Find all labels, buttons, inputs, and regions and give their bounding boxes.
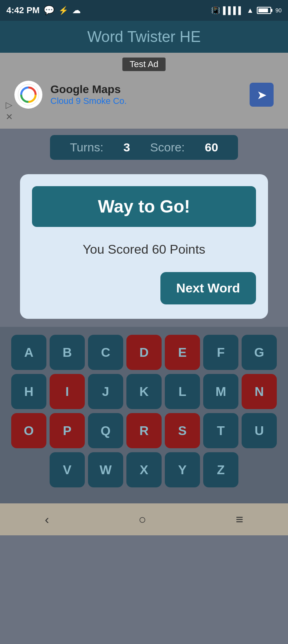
key-O[interactable]: O <box>11 413 46 448</box>
app-header: Word Twister HE <box>0 21 288 53</box>
key-Y[interactable]: Y <box>165 452 200 487</box>
modal-card: Way to Go! You Scored 60 Points Next Wor… <box>20 174 268 319</box>
turns-value: 3 <box>124 141 130 154</box>
key-A[interactable]: A <box>11 335 46 370</box>
modal-title: Way to Go! <box>98 197 190 216</box>
key-B[interactable]: B <box>50 335 85 370</box>
ad-label: Test Ad <box>122 58 166 71</box>
nav-bar: ‹ ○ ≡ <box>0 503 288 535</box>
status-left: 4:42 PM 💬 ⚡ ☁ <box>6 5 80 16</box>
usb-icon: ⚡ <box>58 6 68 15</box>
key-row-2: HIJKLMN <box>4 374 284 409</box>
key-Q[interactable]: Q <box>88 413 123 448</box>
status-right: 📳 ▌▌▌▌ ▲ 90 <box>211 6 282 15</box>
back-button[interactable]: ‹ <box>45 512 49 527</box>
score-value: 60 <box>205 141 218 154</box>
key-U[interactable]: U <box>242 413 277 448</box>
key-T[interactable]: T <box>203 413 238 448</box>
battery-icon <box>257 7 271 14</box>
key-row-3: OPQRSTU <box>4 413 284 448</box>
ad-logo <box>14 81 42 109</box>
ad-content: Google Maps Cloud 9 Smoke Co. ➤ <box>14 81 274 109</box>
keyboard-area: ABCDEFGHIJKLMNOPQRSTUVWXYZ <box>0 327 288 503</box>
modal-title-bar: Way to Go! <box>32 186 256 227</box>
vibrate-icon: 📳 <box>211 6 220 15</box>
key-P[interactable]: P <box>50 413 85 448</box>
wifi-icon: ▲ <box>247 6 254 15</box>
key-H[interactable]: H <box>11 374 46 409</box>
key-row-4: VWXYZ <box>4 452 284 487</box>
key-W[interactable]: W <box>88 452 123 487</box>
time-display: 4:42 PM <box>6 5 40 16</box>
key-L[interactable]: L <box>165 374 200 409</box>
menu-button[interactable]: ≡ <box>236 512 243 527</box>
key-S[interactable]: S <box>165 413 200 448</box>
ad-banner[interactable]: Test Ad Google Maps Cloud 9 Smoke Co. ➤ … <box>0 53 288 129</box>
ad-play-icon[interactable]: ▷ <box>6 100 13 110</box>
ad-text-block: Google Maps Cloud 9 Smoke Co. <box>50 83 250 106</box>
battery-level: 90 <box>275 7 282 14</box>
key-X[interactable]: X <box>126 452 162 487</box>
key-C[interactable]: C <box>88 335 123 370</box>
cloud-icon: ☁ <box>72 6 80 15</box>
score-pill: Turns: 3 Score: 60 <box>50 135 238 160</box>
key-E[interactable]: E <box>165 335 200 370</box>
ad-subtitle: Cloud 9 Smoke Co. <box>50 96 250 106</box>
app-title: Word Twister HE <box>87 28 201 46</box>
key-R[interactable]: R <box>126 413 162 448</box>
modal-score-text: You Scored 60 Points <box>83 238 206 261</box>
key-Z[interactable]: Z <box>203 452 238 487</box>
ad-company-name: Google Maps <box>50 83 250 96</box>
key-F[interactable]: F <box>203 335 238 370</box>
key-M[interactable]: M <box>203 374 238 409</box>
key-K[interactable]: K <box>126 374 162 409</box>
score-bar: Turns: 3 Score: 60 <box>0 129 288 166</box>
whatsapp-icon: 💬 <box>44 5 54 16</box>
status-bar: 4:42 PM 💬 ⚡ ☁ 📳 ▌▌▌▌ ▲ 90 <box>0 0 288 21</box>
key-N[interactable]: N <box>242 374 277 409</box>
home-button[interactable]: ○ <box>138 512 146 527</box>
ad-close-icon[interactable]: ✕ <box>6 112 13 122</box>
key-D[interactable]: D <box>126 335 162 370</box>
next-word-button[interactable]: Next Word <box>160 272 256 304</box>
key-row-1: ABCDEFG <box>4 335 284 370</box>
signal-icon: ▌▌▌▌ <box>223 6 244 15</box>
key-G[interactable]: G <box>242 335 277 370</box>
turns-label: Turns: <box>70 141 104 154</box>
score-label: Score: <box>150 141 185 154</box>
ad-arrow-icon[interactable]: ➤ <box>250 83 274 107</box>
key-I[interactable]: I <box>50 374 85 409</box>
key-V[interactable]: V <box>50 452 85 487</box>
ad-controls: ▷ ✕ <box>6 100 13 122</box>
key-J[interactable]: J <box>88 374 123 409</box>
